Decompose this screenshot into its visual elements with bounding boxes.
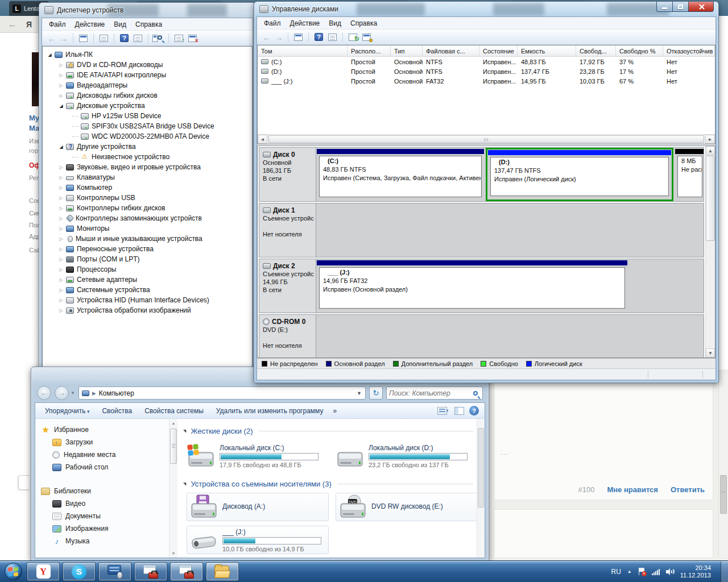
refresh-button[interactable]: ↻ [369,386,383,400]
drive-tile[interactable]: Дисковод (A:) [187,493,329,521]
sidebar-item-libraries[interactable]: Библиотеки [35,485,169,497]
expand-icon[interactable]: ▷ [57,83,65,88]
command-4[interactable]: Удалить или изменить программу [210,407,330,415]
content-scrollbar[interactable] [477,419,485,558]
expand-icon[interactable]: ▷ [57,63,65,68]
uninstall-device-icon[interactable]: ✕ [187,33,198,44]
command-2[interactable]: Свойства [96,407,138,415]
tree-item[interactable]: ▷IDE ATA/ATAPI контроллеры [43,70,252,80]
command-3[interactable]: Свойства системы [138,407,210,415]
clock[interactable]: 20:34 11.12.2013 [680,564,714,579]
scrollbar-thumb[interactable] [478,428,484,508]
expand-icon[interactable]: ▷ [57,73,65,78]
taskbar-yandex-browser-button[interactable]: Y [27,562,60,581]
tree-item[interactable]: WDC WD2000JS-22MHB0 ATA Device [43,131,252,142]
column-header[interactable]: Емкость [518,45,576,56]
expand-icon[interactable]: ▷ [57,196,65,201]
forward-icon[interactable]: → [59,34,69,43]
sidebar-item-downloads[interactable]: Загрузки [35,436,169,448]
preview-pane-icon[interactable] [454,407,464,415]
address-dropdown-icon[interactable]: ▼ [357,390,362,396]
reply-link[interactable]: Ответить [671,485,705,494]
expand-icon[interactable]: ▷ [57,216,65,221]
tree-item[interactable]: ▷Компьютер [43,182,252,193]
expand-icon[interactable]: ▷ [57,165,65,170]
drive-tile[interactable]: ___ (J:)10,0 ГБ свободно из 14,9 ГБ [187,526,329,554]
drive-tile[interactable]: Локальный диск (C:)17,9 ГБ свободно из 4… [187,440,329,472]
tree-item[interactable]: ▷Процессоры [43,264,252,275]
vertical-scrollbar[interactable]: ▲ ▼ [705,146,715,357]
sidebar-item-pictures[interactable]: Изображения [35,522,169,535]
partition[interactable]: (C:)48,83 ГБ NTFSИсправен (Система, Загр… [316,148,485,201]
expand-icon[interactable]: ▷ [57,175,65,180]
start-button[interactable] [2,562,24,581]
scrollbar-thumb[interactable] [720,475,727,514]
sidebar-item-recent[interactable]: Недавние места [35,448,169,461]
sidebar-item-star[interactable]: ★Избранное [35,423,169,436]
disk-settings-icon[interactable] [361,32,373,43]
show-desktop-button[interactable] [721,561,728,582]
column-header[interactable]: Состояние [479,45,518,56]
expand-icon[interactable]: ▷ [57,185,65,190]
tree-item[interactable]: ▷Мыши и иные указывающие устройства [43,234,252,244]
scrollbar-thumb[interactable] [268,135,704,143]
tree-item[interactable]: ▷Звуковые, видео и игровые устройства [43,162,252,172]
taskbar-disk-management-button[interactable] [170,562,203,581]
partition[interactable]: ___ (J:)14,96 ГБ FAT32Исправен (Основной… [316,260,628,312]
minimize-button[interactable] [656,2,673,12]
close-button[interactable] [688,2,714,12]
tree-item[interactable]: ▷Сетевые адаптеры [43,275,252,285]
tree-item[interactable]: ▷Клавиатуры [43,172,252,182]
column-header[interactable]: Файловая с... [423,45,479,56]
tree-item[interactable]: ▷Устройства HID (Human Interface Devices… [43,295,252,305]
group-header-removable[interactable]: Устройства со съемными носителями (3) [183,480,473,488]
device-manager-titlebar[interactable]: Диспетчер устройств [39,3,255,18]
taskbar-devices-button[interactable] [98,562,131,581]
command-5[interactable]: » [329,407,340,415]
disk-header[interactable]: Диск 0Основной186,31 ГБВ сети [259,148,316,201]
scroll-down-icon[interactable]: ▼ [706,348,715,357]
partition[interactable]: 8 МБНе распределен [675,148,704,201]
scroll-right-icon[interactable]: ► [705,135,715,144]
taskbar-explorer-button[interactable] [206,562,239,581]
tree-item[interactable]: ◢Дисковые устройства [43,101,252,111]
show-console-tree-icon[interactable] [292,32,304,43]
tree-item[interactable]: ▷Мониторы [43,223,252,234]
back-icon[interactable]: ← [262,32,272,42]
drive-tile[interactable]: Локальный диск (D:)23,2 ГБ свободно из 1… [336,440,477,472]
forward-icon[interactable]: → [274,32,284,42]
expand-icon[interactable]: ▷ [57,308,65,313]
volume-row[interactable]: (C:)ПростойОсновнойNTFSИсправен...48,83 … [258,57,715,66]
scrollbar-thumb[interactable] [170,429,177,464]
properties-icon[interactable] [98,33,110,44]
taskbar-device-manager-button[interactable] [134,562,167,581]
search-input[interactable] [389,389,473,397]
menu-item[interactable]: Справка [131,20,167,28]
volume-row[interactable]: ___ (J:)ПростойОсновнойFAT32Исправен...1… [258,76,715,86]
sidebar-item-video[interactable]: Видео [35,497,169,510]
update-driver-icon[interactable]: ↑ [173,33,185,44]
column-header[interactable]: Располо... [348,45,391,56]
expand-icon[interactable]: ▷ [57,226,65,231]
help-icon[interactable]: ? [118,33,130,44]
tree-item[interactable]: ◢Другие устройства [43,142,252,152]
sidebar-scrollbar[interactable]: ▲ ▼ [169,419,177,558]
refresh-icon[interactable]: ↻ [347,32,359,43]
device-list-icon[interactable] [132,33,144,44]
menu-item[interactable]: Справка [346,19,382,27]
partition[interactable]: (D:)137,47 ГБ NTFSИсправен (Логический д… [486,148,673,201]
back-button[interactable]: ← [37,386,51,400]
yandex-menu-icon[interactable]: Я [26,20,32,29]
tree-item[interactable]: ▷Переносные устройства [43,244,252,254]
scan-hardware-icon[interactable] [152,33,164,44]
change-view-icon[interactable] [437,407,447,415]
expand-icon[interactable]: ▷ [57,93,65,98]
expand-icon[interactable]: ▷ [57,247,65,252]
expand-icon[interactable]: ▷ [57,288,65,293]
tree-item[interactable]: ◢Илья-ПК [43,49,252,60]
taskbar-skype-button[interactable]: S [63,562,96,581]
browser-scrollbar[interactable] [718,374,728,557]
command-1[interactable]: Упорядочить [39,407,96,415]
group-header-hard-disks[interactable]: Жесткие диски (2) [183,427,473,435]
tree-item[interactable]: ▷DVD и CD-ROM дисководы [43,60,252,70]
